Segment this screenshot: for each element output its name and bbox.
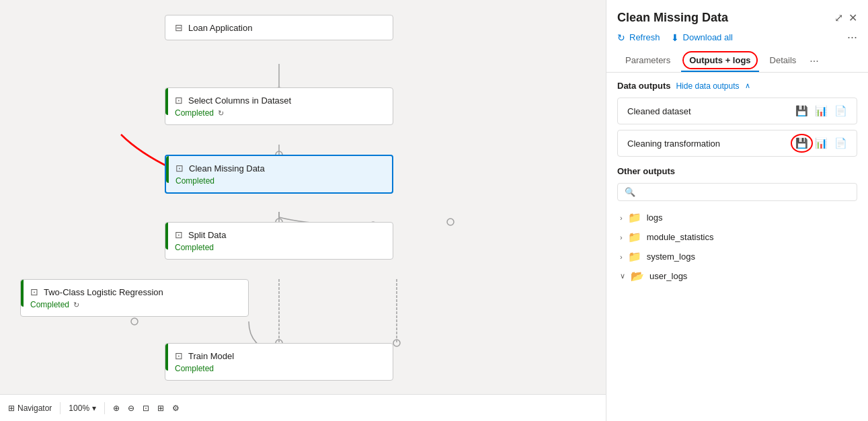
refresh-icon: ↻ bbox=[73, 301, 79, 309]
save-icon[interactable]: 💾 bbox=[795, 105, 808, 117]
tabs-more-button[interactable]: ··· bbox=[810, 55, 818, 67]
status-bar bbox=[166, 156, 169, 183]
tree-item-label: module_statistics bbox=[647, 232, 714, 242]
node-icon: ⊡ bbox=[175, 229, 183, 240]
node-icon: ⊡ bbox=[175, 350, 183, 361]
expand-icon[interactable]: ⤢ bbox=[834, 11, 843, 24]
zoom-level[interactable]: 100% ▾ bbox=[69, 404, 96, 413]
panel-content: Data outputs Hide data outputs ∧ Cleaned… bbox=[606, 73, 868, 421]
node-icon: ⊡ bbox=[175, 95, 183, 106]
settings-button[interactable]: ⚙ bbox=[172, 404, 180, 413]
refresh-button[interactable]: ↻ Refresh bbox=[617, 32, 660, 43]
svg-point-9 bbox=[447, 219, 454, 225]
panel-tabs: Parameters Outputs + logs Details ··· bbox=[606, 50, 868, 73]
tree-item-user-logs[interactable]: ∨ 📂 user_logs bbox=[617, 266, 857, 286]
tab-parameters-label: Parameters bbox=[625, 55, 670, 65]
status-text: Completed bbox=[175, 176, 214, 186]
chevron-right-icon: › bbox=[620, 253, 623, 261]
node-title-text: Clean Missing Data bbox=[189, 163, 265, 174]
folder-open-icon: 📂 bbox=[631, 270, 644, 282]
panel-title: Clean Missing Data bbox=[617, 11, 728, 25]
tab-outputs-logs[interactable]: Outputs + logs bbox=[681, 50, 758, 72]
output-row-icons: 💾 📊 📄 bbox=[795, 137, 847, 149]
folder-icon: 📁 bbox=[628, 211, 641, 224]
zoom-in-button[interactable]: ⊕ bbox=[113, 404, 120, 413]
search-icon: 🔍 bbox=[625, 187, 635, 197]
settings-icon: ⚙ bbox=[172, 404, 180, 413]
download-all-button[interactable]: ⬇ Download all bbox=[671, 32, 733, 43]
other-outputs-search[interactable]: 🔍 bbox=[617, 183, 857, 201]
section-chevron-icon: ∧ bbox=[745, 81, 750, 90]
split-data-node[interactable]: ⊡ Split Data Completed bbox=[165, 222, 393, 260]
tree-item-module-statistics[interactable]: › 📁 module_statistics bbox=[617, 227, 857, 247]
grid-icon: ⊞ bbox=[157, 404, 164, 413]
zoom-in-icon: ⊕ bbox=[113, 404, 120, 413]
grid-button[interactable]: ⊞ bbox=[157, 404, 164, 413]
status-bar bbox=[165, 223, 168, 250]
folder-icon: 📁 bbox=[628, 250, 641, 263]
save-icon-highlighted[interactable]: 💾 bbox=[795, 137, 808, 149]
chevron-down-icon: ▾ bbox=[92, 404, 96, 413]
cleaning-transformation-row: Cleaning transformation 💾 📊 📄 bbox=[617, 130, 857, 157]
tree-item-logs[interactable]: › 📁 logs bbox=[617, 208, 857, 227]
fit-button[interactable]: ⊡ bbox=[143, 404, 149, 413]
nav-divider bbox=[104, 402, 105, 414]
close-icon[interactable]: ✕ bbox=[849, 11, 857, 24]
zoom-out-button[interactable]: ⊖ bbox=[128, 404, 134, 413]
node-title-text: Split Data bbox=[188, 230, 226, 240]
panel-header-icons: ⤢ ✕ bbox=[834, 11, 857, 24]
status-text: Completed bbox=[175, 243, 214, 252]
status-bar bbox=[165, 88, 168, 115]
output-row-icons: 💾 📊 📄 bbox=[795, 105, 847, 117]
node-icon: ⊡ bbox=[30, 286, 38, 297]
navigator-button[interactable]: ⊞ Navigator bbox=[8, 404, 52, 413]
panel-toolbar: ↻ Refresh ⬇ Download all ··· bbox=[606, 25, 868, 50]
tree-item-label: user_logs bbox=[649, 271, 687, 281]
tab-details[interactable]: Details bbox=[762, 50, 805, 72]
node-icon: ⊟ bbox=[175, 22, 183, 33]
clean-missing-node[interactable]: ⊡ Clean Missing Data Completed bbox=[165, 155, 393, 194]
chart-icon[interactable]: 📊 bbox=[815, 105, 828, 117]
hide-data-outputs-button[interactable]: Hide data outputs bbox=[676, 81, 739, 91]
node-title-text: Loan Application bbox=[188, 23, 252, 33]
tree-item-label: system_logs bbox=[647, 252, 695, 262]
data-outputs-title: Data outputs bbox=[617, 81, 670, 91]
chevron-right-icon: › bbox=[620, 233, 623, 241]
refresh-label: Refresh bbox=[629, 32, 660, 42]
status-text: Completed bbox=[175, 364, 214, 373]
cleaning-transformation-label: Cleaning transformation bbox=[627, 139, 720, 149]
chart-icon[interactable]: 📊 bbox=[815, 137, 828, 149]
node-title-text: Two-Class Logistic Regression bbox=[44, 287, 163, 297]
tab-parameters[interactable]: Parameters bbox=[617, 50, 678, 72]
data-outputs-section-header: Data outputs Hide data outputs ∧ bbox=[617, 81, 857, 91]
tab-outputs-logs-label: Outputs + logs bbox=[689, 55, 750, 65]
cleaned-dataset-row: Cleaned dataset 💾 📊 📄 bbox=[617, 98, 857, 124]
nav-divider bbox=[60, 402, 61, 414]
download-label: Download all bbox=[683, 32, 733, 42]
document-icon[interactable]: 📄 bbox=[834, 105, 847, 117]
fit-icon: ⊡ bbox=[143, 404, 149, 413]
svg-point-12 bbox=[131, 318, 138, 325]
chevron-down-icon: ∨ bbox=[620, 272, 625, 280]
document-icon[interactable]: 📄 bbox=[834, 137, 847, 149]
select-columns-node[interactable]: ⊡ Select Columns in Dataset Completed ↻ bbox=[165, 87, 393, 125]
right-panel: Clean Missing Data ⤢ ✕ ↻ Refresh ⬇ Downl… bbox=[606, 0, 868, 421]
node-icon: ⊡ bbox=[175, 163, 184, 174]
navigator-icon: ⊞ bbox=[8, 404, 15, 413]
toolbar-more-button[interactable]: ··· bbox=[847, 30, 857, 44]
panel-header: Clean Missing Data ⤢ ✕ bbox=[606, 0, 868, 25]
node-title: ⊟ Loan Application bbox=[175, 22, 383, 33]
train-model-node[interactable]: ⊡ Train Model Completed bbox=[165, 343, 393, 381]
status-bar bbox=[21, 280, 24, 307]
status-bar bbox=[165, 344, 168, 371]
navigator-label: Navigator bbox=[17, 404, 52, 413]
download-icon: ⬇ bbox=[671, 32, 679, 43]
svg-point-11 bbox=[393, 340, 400, 346]
node-title-text: Train Model bbox=[188, 351, 234, 361]
loan-application-node[interactable]: ⊟ Loan Application bbox=[165, 15, 393, 40]
node-status: Completed ↻ bbox=[30, 300, 239, 309]
tree-item-label: logs bbox=[647, 213, 663, 223]
tree-item-system-logs[interactable]: › 📁 system_logs bbox=[617, 247, 857, 266]
two-class-node[interactable]: ⊡ Two-Class Logistic Regression Complete… bbox=[20, 279, 249, 317]
other-outputs-section: Other outputs 🔍 › 📁 logs › 📁 module_stat… bbox=[617, 166, 857, 286]
